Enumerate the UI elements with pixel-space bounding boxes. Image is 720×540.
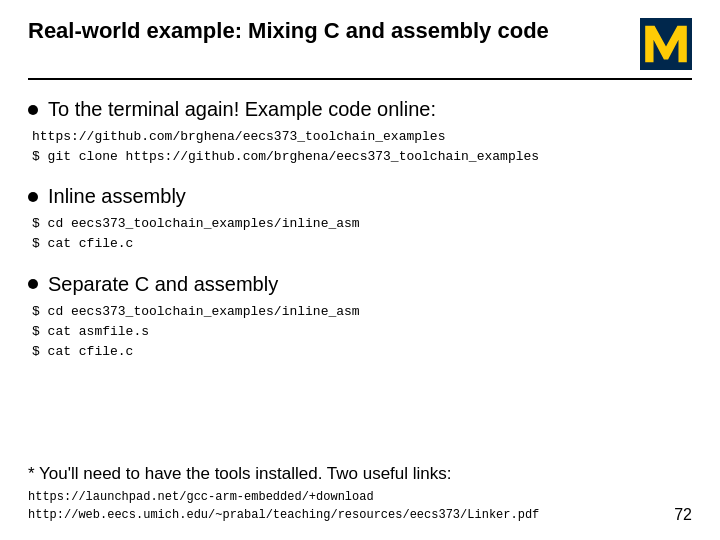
slide: Real-world example: Mixing C and assembl…: [0, 0, 720, 540]
bullet-dot-1: [28, 105, 38, 115]
section-terminal-code: https://github.com/brghena/eecs373_toolc…: [32, 127, 692, 167]
section-terminal-heading: To the terminal again! Example code onli…: [28, 98, 692, 121]
code-line: $ cd eecs373_toolchain_examples/inline_a…: [32, 302, 692, 322]
code-line: $ cat asmfile.s: [32, 322, 692, 342]
code-line: $ cat cfile.c: [32, 234, 692, 254]
code-line: $ cd eecs373_toolchain_examples/inline_a…: [32, 214, 692, 234]
section-inline-label: Inline assembly: [48, 185, 186, 208]
code-line: https://github.com/brghena/eecs373_toolc…: [32, 127, 692, 147]
page-number: 72: [674, 506, 692, 524]
title-bar: Real-world example: Mixing C and assembl…: [28, 18, 692, 80]
bullet-dot-2: [28, 192, 38, 202]
slide-title: Real-world example: Mixing C and assembl…: [28, 18, 549, 44]
section-separate: Separate C and assembly $ cd eecs373_too…: [28, 273, 692, 362]
university-logo: [640, 18, 692, 70]
section-inline-code: $ cd eecs373_toolchain_examples/inline_a…: [32, 214, 692, 254]
section-inline: Inline assembly $ cd eecs373_toolchain_e…: [28, 185, 692, 254]
section-separate-code: $ cd eecs373_toolchain_examples/inline_a…: [32, 302, 692, 362]
bullet-dot-3: [28, 279, 38, 289]
section-separate-heading: Separate C and assembly: [28, 273, 692, 296]
footer-note: * You'll need to have the tools installe…: [28, 464, 692, 484]
section-terminal-label: To the terminal again! Example code onli…: [48, 98, 436, 121]
footer-link-2: http://web.eecs.umich.edu/~prabal/teachi…: [28, 506, 692, 524]
code-line: $ cat cfile.c: [32, 342, 692, 362]
section-terminal: To the terminal again! Example code onli…: [28, 98, 692, 167]
footer-link-1: https://launchpad.net/gcc-arm-embedded/+…: [28, 488, 692, 506]
section-separate-label: Separate C and assembly: [48, 273, 278, 296]
code-line: $ git clone https://github.com/brghena/e…: [32, 147, 692, 167]
section-inline-heading: Inline assembly: [28, 185, 692, 208]
footer: * You'll need to have the tools installe…: [28, 464, 692, 524]
footer-links: https://launchpad.net/gcc-arm-embedded/+…: [28, 488, 692, 524]
